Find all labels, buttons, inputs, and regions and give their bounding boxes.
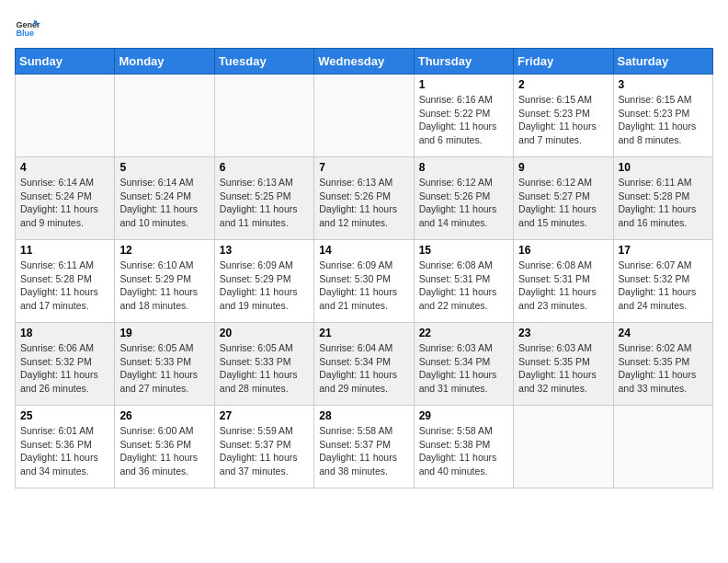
calendar-cell: 16Sunrise: 6:08 AM Sunset: 5:31 PM Dayli… [514, 240, 613, 323]
col-header-tuesday: Tuesday [214, 49, 313, 75]
calendar-cell [16, 75, 115, 157]
calendar-cell: 9Sunrise: 6:12 AM Sunset: 5:27 PM Daylig… [514, 157, 613, 240]
calendar-cell [115, 75, 214, 157]
calendar-cell: 1Sunrise: 6:16 AM Sunset: 5:22 PM Daylig… [414, 75, 513, 157]
day-number: 1 [419, 78, 508, 91]
day-number: 12 [119, 244, 209, 257]
calendar-cell: 14Sunrise: 6:09 AM Sunset: 5:30 PM Dayli… [314, 240, 414, 323]
day-number: 2 [518, 78, 608, 91]
calendar-table: SundayMondayTuesdayWednesdayThursdayFrid… [15, 48, 713, 488]
calendar-cell: 27Sunrise: 5:59 AM Sunset: 5:37 PM Dayli… [214, 406, 313, 488]
day-info: Sunrise: 6:07 AM Sunset: 5:32 PM Dayligh… [619, 259, 708, 313]
calendar-cell: 28Sunrise: 5:58 AM Sunset: 5:37 PM Dayli… [314, 406, 414, 488]
logo: General Blue [15, 15, 44, 40]
day-info: Sunrise: 5:58 AM Sunset: 5:38 PM Dayligh… [419, 424, 508, 478]
day-number: 9 [518, 161, 608, 174]
day-number: 8 [419, 161, 508, 174]
header: General Blue [15, 15, 713, 40]
calendar-cell: 29Sunrise: 5:58 AM Sunset: 5:38 PM Dayli… [414, 406, 513, 488]
calendar-cell: 18Sunrise: 6:06 AM Sunset: 5:32 PM Dayli… [16, 323, 115, 406]
day-info: Sunrise: 6:13 AM Sunset: 5:26 PM Dayligh… [319, 176, 408, 230]
day-number: 3 [619, 78, 708, 91]
calendar-week-row: 11Sunrise: 6:11 AM Sunset: 5:28 PM Dayli… [16, 240, 713, 323]
calendar-cell: 25Sunrise: 6:01 AM Sunset: 5:36 PM Dayli… [16, 406, 115, 488]
day-number: 25 [20, 409, 109, 422]
calendar-week-row: 4Sunrise: 6:14 AM Sunset: 5:24 PM Daylig… [16, 157, 713, 240]
day-info: Sunrise: 6:06 AM Sunset: 5:32 PM Dayligh… [20, 341, 109, 396]
day-number: 28 [319, 409, 408, 422]
day-number: 14 [319, 244, 408, 257]
calendar-cell: 10Sunrise: 6:11 AM Sunset: 5:28 PM Dayli… [613, 157, 712, 240]
day-number: 15 [419, 244, 508, 257]
day-info: Sunrise: 6:14 AM Sunset: 5:24 PM Dayligh… [119, 176, 209, 230]
day-number: 13 [220, 244, 309, 257]
day-number: 11 [20, 244, 109, 257]
day-number: 24 [619, 327, 708, 339]
calendar-week-row: 18Sunrise: 6:06 AM Sunset: 5:32 PM Dayli… [16, 323, 713, 406]
calendar-cell: 23Sunrise: 6:03 AM Sunset: 5:35 PM Dayli… [514, 323, 613, 406]
calendar-cell: 17Sunrise: 6:07 AM Sunset: 5:32 PM Dayli… [613, 240, 712, 323]
day-info: Sunrise: 6:03 AM Sunset: 5:35 PM Dayligh… [518, 341, 608, 396]
col-header-thursday: Thursday [414, 49, 513, 75]
col-header-saturday: Saturday [613, 49, 712, 75]
calendar-cell: 26Sunrise: 6:00 AM Sunset: 5:36 PM Dayli… [115, 406, 214, 488]
day-info: Sunrise: 6:10 AM Sunset: 5:29 PM Dayligh… [119, 259, 209, 313]
day-info: Sunrise: 6:11 AM Sunset: 5:28 PM Dayligh… [20, 259, 109, 313]
day-number: 5 [119, 161, 209, 174]
day-info: Sunrise: 6:09 AM Sunset: 5:29 PM Dayligh… [220, 259, 309, 313]
col-header-monday: Monday [115, 49, 214, 75]
day-number: 21 [319, 327, 408, 339]
day-info: Sunrise: 6:16 AM Sunset: 5:22 PM Dayligh… [419, 93, 508, 147]
day-number: 26 [119, 409, 209, 422]
calendar-cell [314, 75, 414, 157]
day-info: Sunrise: 6:14 AM Sunset: 5:24 PM Dayligh… [20, 176, 109, 230]
calendar-cell: 22Sunrise: 6:03 AM Sunset: 5:34 PM Dayli… [414, 323, 513, 406]
calendar-cell [514, 406, 613, 488]
day-number: 10 [619, 161, 708, 174]
day-info: Sunrise: 6:08 AM Sunset: 5:31 PM Dayligh… [518, 259, 608, 313]
day-info: Sunrise: 6:12 AM Sunset: 5:26 PM Dayligh… [419, 176, 508, 230]
day-info: Sunrise: 6:15 AM Sunset: 5:23 PM Dayligh… [619, 93, 708, 147]
col-header-wednesday: Wednesday [314, 49, 414, 75]
day-number: 27 [220, 409, 309, 422]
day-number: 23 [518, 327, 608, 339]
day-number: 18 [20, 327, 109, 339]
calendar-cell: 13Sunrise: 6:09 AM Sunset: 5:29 PM Dayli… [214, 240, 313, 323]
calendar-cell: 8Sunrise: 6:12 AM Sunset: 5:26 PM Daylig… [414, 157, 513, 240]
day-info: Sunrise: 6:01 AM Sunset: 5:36 PM Dayligh… [20, 424, 109, 478]
calendar-cell [613, 406, 712, 488]
calendar-cell: 4Sunrise: 6:14 AM Sunset: 5:24 PM Daylig… [16, 157, 115, 240]
day-info: Sunrise: 6:15 AM Sunset: 5:23 PM Dayligh… [518, 93, 608, 147]
day-info: Sunrise: 6:02 AM Sunset: 5:35 PM Dayligh… [619, 341, 708, 396]
day-info: Sunrise: 5:59 AM Sunset: 5:37 PM Dayligh… [220, 424, 309, 478]
calendar-cell: 7Sunrise: 6:13 AM Sunset: 5:26 PM Daylig… [314, 157, 414, 240]
calendar-cell [214, 75, 313, 157]
calendar-cell: 15Sunrise: 6:08 AM Sunset: 5:31 PM Dayli… [414, 240, 513, 323]
day-number: 6 [220, 161, 309, 174]
day-info: Sunrise: 5:58 AM Sunset: 5:37 PM Dayligh… [319, 424, 408, 478]
calendar-header-row: SundayMondayTuesdayWednesdayThursdayFrid… [16, 49, 713, 75]
calendar-cell: 20Sunrise: 6:05 AM Sunset: 5:33 PM Dayli… [214, 323, 313, 406]
day-number: 29 [419, 409, 508, 422]
day-info: Sunrise: 6:11 AM Sunset: 5:28 PM Dayligh… [619, 176, 708, 230]
calendar-cell: 21Sunrise: 6:04 AM Sunset: 5:34 PM Dayli… [314, 323, 414, 406]
day-info: Sunrise: 6:04 AM Sunset: 5:34 PM Dayligh… [319, 341, 408, 396]
calendar-cell: 11Sunrise: 6:11 AM Sunset: 5:28 PM Dayli… [16, 240, 115, 323]
day-number: 17 [619, 244, 708, 257]
day-info: Sunrise: 6:03 AM Sunset: 5:34 PM Dayligh… [419, 341, 508, 396]
day-number: 19 [119, 327, 209, 339]
day-info: Sunrise: 6:12 AM Sunset: 5:27 PM Dayligh… [518, 176, 608, 230]
day-info: Sunrise: 6:00 AM Sunset: 5:36 PM Dayligh… [119, 424, 209, 478]
day-number: 4 [20, 161, 109, 174]
calendar-cell: 3Sunrise: 6:15 AM Sunset: 5:23 PM Daylig… [613, 75, 712, 157]
day-info: Sunrise: 6:09 AM Sunset: 5:30 PM Dayligh… [319, 259, 408, 313]
day-info: Sunrise: 6:05 AM Sunset: 5:33 PM Dayligh… [220, 341, 309, 396]
calendar-cell: 5Sunrise: 6:14 AM Sunset: 5:24 PM Daylig… [115, 157, 214, 240]
day-number: 16 [518, 244, 608, 257]
day-info: Sunrise: 6:05 AM Sunset: 5:33 PM Dayligh… [119, 341, 209, 396]
svg-text:Blue: Blue [16, 29, 34, 38]
calendar-week-row: 1Sunrise: 6:16 AM Sunset: 5:22 PM Daylig… [16, 75, 713, 157]
col-header-sunday: Sunday [16, 49, 115, 75]
calendar-week-row: 25Sunrise: 6:01 AM Sunset: 5:36 PM Dayli… [16, 406, 713, 488]
calendar-cell: 24Sunrise: 6:02 AM Sunset: 5:35 PM Dayli… [613, 323, 712, 406]
